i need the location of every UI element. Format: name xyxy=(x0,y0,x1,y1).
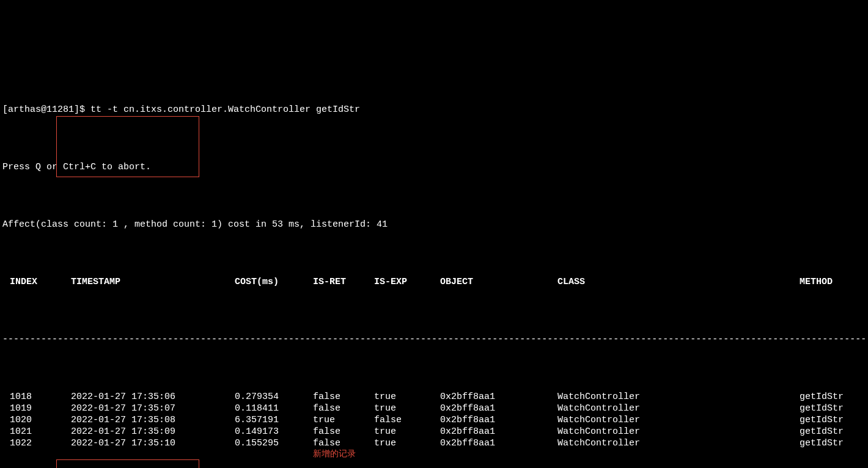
table-row: 10222022-01-27 17:35:100.155295falsetrue… xyxy=(2,438,866,450)
terminal[interactable]: [arthas@11281]$ tt -t cn.itxs.controller… xyxy=(0,57,868,468)
cell-class: WatchController xyxy=(557,426,800,438)
command-text: tt -t cn.itxs.controller.WatchController… xyxy=(90,104,360,115)
cell-object: 0x2bff8aa1 xyxy=(440,403,557,415)
cell-index: 1020 xyxy=(2,415,71,426)
cell-timestamp: 2022-01-27 17:35:09 xyxy=(71,426,235,438)
cell-index: 1019 xyxy=(2,403,71,415)
cell-index: 1022 xyxy=(2,438,71,450)
cell-cost: 0.149173 xyxy=(235,426,313,438)
cell-cost: 0.155295 xyxy=(235,438,313,450)
cell-method: getIdStr xyxy=(800,438,844,450)
cell-index: 1018 xyxy=(2,392,71,403)
cell-cost: 0.279354 xyxy=(235,392,313,403)
cell-object: 0x2bff8aa1 xyxy=(440,438,557,450)
cell-isret: true xyxy=(313,415,374,426)
annotation-arrow-icon xyxy=(220,460,312,468)
table-row: 10192022-01-27 17:35:070.118411falsetrue… xyxy=(2,403,866,415)
cell-timestamp: 2022-01-27 17:35:07 xyxy=(71,403,235,415)
highlight-box-2 xyxy=(56,459,199,468)
cell-isret: false xyxy=(313,403,374,415)
table-row: 10212022-01-27 17:35:090.149173falsetrue… xyxy=(2,426,866,438)
cell-timestamp: 2022-01-27 17:35:10 xyxy=(71,438,235,450)
table-row: 10202022-01-27 17:35:086.357191truefalse… xyxy=(2,415,866,426)
table-row: 10182022-01-27 17:35:060.279354falsetrue… xyxy=(2,392,866,403)
cell-index: 1021 xyxy=(2,426,71,438)
cell-object: 0x2bff8aa1 xyxy=(440,415,557,426)
header-object: OBJECT xyxy=(440,277,557,288)
cell-method: getIdStr xyxy=(800,392,844,403)
cell-method: getIdStr xyxy=(800,415,844,426)
header-row-1: INDEXTIMESTAMPCOST(ms)IS-RETIS-EXPOBJECT… xyxy=(2,277,866,288)
cell-isexp: false xyxy=(374,415,440,426)
cell-class: WatchController xyxy=(557,392,800,403)
cell-isret: false xyxy=(313,438,374,450)
cell-isexp: true xyxy=(374,392,440,403)
cell-class: WatchController xyxy=(557,415,800,426)
cell-timestamp: 2022-01-27 17:35:08 xyxy=(71,415,235,426)
header-class: CLASS xyxy=(557,277,800,288)
affect-message: Affect(class count: 1 , method count: 1)… xyxy=(2,219,866,231)
cell-method: getIdStr xyxy=(800,403,844,415)
header-isexp: IS-EXP xyxy=(374,277,440,288)
cell-class: WatchController xyxy=(557,438,800,450)
cell-timestamp: 2022-01-27 17:35:06 xyxy=(71,392,235,403)
cell-isexp: true xyxy=(374,438,440,450)
cell-isret: false xyxy=(313,426,374,438)
header-method: METHOD xyxy=(800,277,833,288)
cell-class: WatchController xyxy=(557,403,800,415)
abort-message: Press Q or Ctrl+C to abort. xyxy=(2,162,866,174)
shell-prompt: [arthas@11281]$ xyxy=(2,104,90,115)
annotation-label: 新增的记录 xyxy=(313,448,356,459)
cell-object: 0x2bff8aa1 xyxy=(440,426,557,438)
cell-isexp: true xyxy=(374,426,440,438)
table-1-body: 10182022-01-27 17:35:060.279354falsetrue… xyxy=(2,392,866,450)
header-isret: IS-RET xyxy=(313,277,374,288)
header-index: INDEX xyxy=(2,277,71,288)
cell-cost: 6.357191 xyxy=(235,415,313,426)
cell-isret: false xyxy=(313,392,374,403)
cell-method: getIdStr xyxy=(800,426,844,438)
header-cost: COST(ms) xyxy=(235,277,313,288)
cell-isexp: true xyxy=(374,403,440,415)
separator-line: ----------------------------------------… xyxy=(2,334,866,346)
cell-object: 0x2bff8aa1 xyxy=(440,392,557,403)
prompt-line-1: [arthas@11281]$ tt -t cn.itxs.controller… xyxy=(2,104,866,116)
cell-cost: 0.118411 xyxy=(235,403,313,415)
header-timestamp: TIMESTAMP xyxy=(71,277,235,288)
